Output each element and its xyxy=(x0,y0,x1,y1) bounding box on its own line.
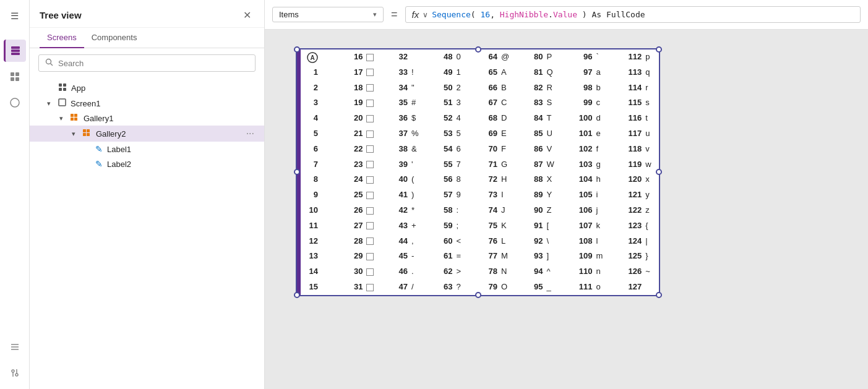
media-icon[interactable] xyxy=(4,92,26,114)
cell-separator xyxy=(470,203,482,218)
handle-top-mid[interactable] xyxy=(475,46,481,53)
dropdown-label: Items xyxy=(279,10,369,19)
cell-separator xyxy=(335,264,348,280)
items-dropdown[interactable]: Items ▾ xyxy=(272,7,384,22)
cell-char xyxy=(365,280,380,295)
cell-separator xyxy=(380,49,392,65)
cell-separator xyxy=(610,157,622,173)
gallery2-icon xyxy=(83,129,92,139)
cell-separator xyxy=(561,80,573,96)
handle-bot-right[interactable] xyxy=(656,292,662,298)
cell-separator xyxy=(335,111,348,126)
cell-separator xyxy=(561,187,573,203)
cell-num: 125 xyxy=(622,249,645,264)
components-icon[interactable] xyxy=(4,66,26,88)
cell-char: P xyxy=(546,49,561,65)
cell-char xyxy=(320,218,335,234)
cell-char: S xyxy=(546,95,561,111)
cell-separator xyxy=(425,172,437,187)
cell-separator xyxy=(425,95,437,111)
cell-separator xyxy=(335,280,348,295)
cell-char: z xyxy=(644,203,659,218)
layers-icon[interactable] xyxy=(4,40,26,62)
cell-num: 27 xyxy=(348,218,365,234)
cell-num: 12 xyxy=(301,234,320,249)
cell-char: B xyxy=(500,80,515,96)
cell-char xyxy=(365,111,380,126)
cell-num: 118 xyxy=(622,142,645,157)
cell-num: 49 xyxy=(437,65,455,80)
cell-num: 54 xyxy=(437,142,455,157)
cell-char: 5 xyxy=(455,126,470,142)
screen1-label: Screen1 xyxy=(71,99,257,108)
cell-char: M xyxy=(500,249,515,264)
cell-char: 7 xyxy=(455,157,470,173)
cell-separator xyxy=(515,234,528,249)
tree-item-label2[interactable]: ✎ Label2 xyxy=(30,156,264,171)
handle-bot-mid[interactable] xyxy=(475,292,481,298)
cell-separator xyxy=(335,172,348,187)
formula-text: Sequence( 16, HighNibble.Value ) As Full… xyxy=(432,10,645,19)
cell-char: _ xyxy=(546,280,561,295)
tree-item-gallery1[interactable]: ▾ Gallery1 xyxy=(30,111,264,126)
cell-char xyxy=(365,234,380,249)
cell-separator xyxy=(470,249,482,264)
handle-top-right[interactable] xyxy=(656,46,662,53)
tree-item-gallery2[interactable]: ▾ Gallery2 ··· xyxy=(30,126,264,142)
cell-num: 56 xyxy=(437,172,455,187)
table-row: 92541)57973I89Y105i121y xyxy=(301,187,659,203)
cell-num: 68 xyxy=(482,111,499,126)
tab-screens[interactable]: Screens xyxy=(40,28,84,48)
cell-char xyxy=(365,49,380,65)
cell-char: D xyxy=(500,111,515,126)
cell-char: u xyxy=(644,126,659,142)
data-icon[interactable] xyxy=(4,336,26,358)
tree-item-screen1[interactable]: ▾ Screen1 xyxy=(30,96,264,111)
cell-char: V xyxy=(546,142,561,157)
equals-sign: = xyxy=(389,8,400,21)
table-row: 42036$52468D84T100d116t xyxy=(301,111,659,126)
cell-num: 116 xyxy=(622,111,645,126)
tree-body: App ▾ Screen1 ▾ Gallery1 ▾ xyxy=(30,78,264,389)
cell-separator xyxy=(380,111,392,126)
cell-num: 117 xyxy=(622,126,645,142)
cell-char: U xyxy=(546,126,561,142)
cell-char: ( xyxy=(410,172,425,187)
hamburger-icon[interactable]: ☰ xyxy=(4,5,26,27)
cell-num: 83 xyxy=(528,95,545,111)
cell-num: 75 xyxy=(482,218,499,234)
tree-item-app[interactable]: App xyxy=(30,80,264,96)
gallery2-more-button[interactable]: ··· xyxy=(244,128,257,139)
cell-separator xyxy=(380,203,392,218)
svg-rect-0 xyxy=(11,46,20,49)
cell-separator xyxy=(335,218,348,234)
cell-char xyxy=(320,111,335,126)
controls-icon[interactable] xyxy=(4,362,26,384)
cell-separator xyxy=(425,49,437,65)
svg-rect-19 xyxy=(59,88,62,91)
cell-char: r xyxy=(644,80,659,96)
formula-bar[interactable]: fx ∨ Sequence( 16, HighNibble.Value ) As… xyxy=(405,6,861,23)
cell-num: A xyxy=(301,49,320,65)
cell-separator xyxy=(515,157,528,173)
cell-num: 11 xyxy=(301,218,320,234)
gallery-widget[interactable]: A1632 48064@80P96`112p11733!49165A81Q97a… xyxy=(296,48,660,296)
search-input[interactable] xyxy=(58,59,249,68)
cell-char: ] xyxy=(546,249,561,264)
cell-separator xyxy=(335,234,348,249)
tree-item-label1[interactable]: ✎ Label1 xyxy=(30,142,264,156)
cell-char: L xyxy=(500,234,515,249)
cell-num: 5 xyxy=(301,126,320,142)
cell-separator xyxy=(561,95,573,111)
cell-num: 95 xyxy=(528,280,545,295)
tab-components[interactable]: Components xyxy=(84,28,145,48)
cell-num: 1 xyxy=(301,65,320,80)
handle-top-left[interactable] xyxy=(294,46,300,53)
tree-close-button[interactable]: ✕ xyxy=(239,7,254,22)
svg-point-15 xyxy=(46,59,51,64)
handle-mid-right[interactable] xyxy=(656,169,662,175)
main-area: Items ▾ = fx ∨ Sequence( 16, HighNibble.… xyxy=(265,0,868,389)
cell-separator xyxy=(380,80,392,96)
tree-tabs: Screens Components xyxy=(30,28,264,48)
handle-bot-left[interactable] xyxy=(294,292,300,298)
